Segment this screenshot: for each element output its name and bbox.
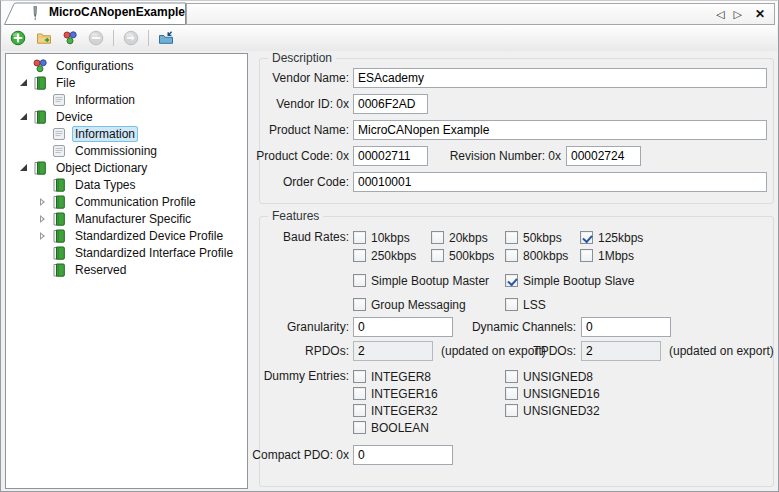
vendor-id-label: Vendor ID: 0x xyxy=(241,94,349,114)
expanded-triangle-icon xyxy=(20,113,27,120)
configurations-icon xyxy=(62,30,78,46)
configurations-button[interactable] xyxy=(60,28,80,48)
compact-pdo-label: Compact PDO: 0x xyxy=(241,445,349,465)
tree-expander-icon[interactable] xyxy=(33,232,51,240)
product-code-input[interactable] xyxy=(353,146,428,166)
checkbox-unsigned8[interactable]: UNSIGNED8 xyxy=(505,368,600,385)
tree-item-label: Device xyxy=(53,109,96,125)
tab-strip: ◁ ▷ ✕ xyxy=(186,3,775,25)
checkbox-integer16[interactable]: INTEGER16 xyxy=(353,385,505,402)
book-icon xyxy=(32,160,48,176)
tree-item-commissioning[interactable]: Commissioning xyxy=(6,142,247,159)
tree-item-file[interactable]: File xyxy=(6,74,247,91)
document-icon xyxy=(51,126,67,142)
new-configuration-button[interactable] xyxy=(8,28,28,48)
checkbox-label: BOOLEAN xyxy=(371,421,429,435)
tab-scroll-right-icon[interactable]: ▷ xyxy=(733,9,741,20)
open-button[interactable] xyxy=(34,28,54,48)
checkbox-50kbps[interactable]: 50kbps xyxy=(505,229,580,246)
checkbox-label: 20kbps xyxy=(449,231,488,245)
checkbox-simple-bootup-master[interactable]: Simple Bootup Master xyxy=(353,272,505,289)
tree-item-label: Manufacturer Specific xyxy=(72,211,194,227)
tree-expander-icon[interactable] xyxy=(33,215,51,223)
tree-item-label: Object Dictionary xyxy=(53,160,150,176)
checkbox-500kbps[interactable]: 500kbps xyxy=(431,247,505,264)
order-code-input[interactable] xyxy=(353,172,767,192)
checkbox-20kbps[interactable]: 20kbps xyxy=(431,229,505,246)
checkbox-label: 250kbps xyxy=(371,249,416,263)
vendor-name-input[interactable] xyxy=(353,68,767,88)
tree-item-information[interactable]: Information xyxy=(6,125,247,142)
tree-expander-icon[interactable] xyxy=(14,113,32,120)
product-code-label: Product Code: 0x xyxy=(231,146,349,166)
checkbox-checked-icon xyxy=(505,274,518,287)
tab-bar: ◁ ▷ ✕ MicroCANopenExample xyxy=(1,1,778,25)
checkbox-unsigned16[interactable]: UNSIGNED16 xyxy=(505,385,600,402)
tree-expander-icon[interactable] xyxy=(33,198,51,206)
active-tab-label[interactable]: MicroCANopenExample xyxy=(49,5,185,19)
configurations-icon xyxy=(32,58,48,74)
checkbox-boolean[interactable]: BOOLEAN xyxy=(353,419,505,436)
baud-rates-group: 10kbps20kbps50kbps125kbps250kbps500kbps8… xyxy=(353,229,643,264)
export-button[interactable] xyxy=(156,28,176,48)
checkbox-250kbps[interactable]: 250kbps xyxy=(353,247,431,264)
dummy-entries-group: INTEGER8UNSIGNED8INTEGER16UNSIGNED16INTE… xyxy=(353,368,600,436)
dummy-entries-label: Dummy Entries: xyxy=(241,366,349,386)
checkbox-label: UNSIGNED32 xyxy=(523,404,600,418)
tree-item-reserved[interactable]: Reserved xyxy=(6,261,247,278)
dynamic-channels-label: Dynamic Channels: xyxy=(466,317,576,337)
tree-item-manufacturer-specific[interactable]: Manufacturer Specific xyxy=(6,210,247,227)
tab-scroll-left-icon[interactable]: ◁ xyxy=(716,9,724,20)
tree-item-configurations[interactable]: Configurations xyxy=(6,57,247,74)
checkbox-unchecked-icon xyxy=(353,274,366,287)
tree-item-data-types[interactable]: Data Types xyxy=(6,176,247,193)
tree-item-label: Configurations xyxy=(53,58,136,74)
tree-expander-icon[interactable] xyxy=(14,79,32,86)
dynamic-channels-input[interactable] xyxy=(581,317,671,337)
tree-expander-icon[interactable] xyxy=(14,164,32,171)
description-group-legend: Description xyxy=(268,51,336,65)
tree-item-standardized-device-profile[interactable]: Standardized Device Profile xyxy=(6,227,247,244)
checkbox-simple-bootup-slave[interactable]: Simple Bootup Slave xyxy=(505,272,634,289)
vendor-id-input[interactable] xyxy=(353,94,428,114)
compact-pdo-input[interactable] xyxy=(353,445,453,465)
toolbar-separator xyxy=(148,30,149,46)
tree-item-communication-profile[interactable]: Communication Profile xyxy=(6,193,247,210)
book-icon xyxy=(32,109,48,125)
tree-item-object-dictionary[interactable]: Object Dictionary xyxy=(6,159,247,176)
checkbox-unchecked-icon xyxy=(353,404,366,417)
order-code-label: Order Code: xyxy=(241,172,349,192)
checkbox-label: UNSIGNED16 xyxy=(523,387,600,401)
granularity-input[interactable] xyxy=(353,317,453,337)
checkbox-1mbps[interactable]: 1Mbps xyxy=(580,247,643,264)
bootup-options-group: Simple Bootup MasterSimple Bootup SlaveG… xyxy=(353,272,634,313)
checkbox-label: 125kbps xyxy=(598,231,643,245)
book-icon xyxy=(51,177,67,193)
remove-button xyxy=(86,28,106,48)
checkbox-integer32[interactable]: INTEGER32 xyxy=(353,402,505,419)
checkbox-integer8[interactable]: INTEGER8 xyxy=(353,368,505,385)
pen-icon xyxy=(27,4,43,20)
checkbox-unsigned32[interactable]: UNSIGNED32 xyxy=(505,402,600,419)
checkbox-unchecked-icon xyxy=(505,370,518,383)
tab-close-icon[interactable]: ✕ xyxy=(755,7,765,21)
checkbox-125kbps[interactable]: 125kbps xyxy=(580,229,643,246)
checkbox-800kbps[interactable]: 800kbps xyxy=(505,247,580,264)
checkbox-unchecked-icon xyxy=(505,387,518,400)
rpdos-label: RPDOs: xyxy=(241,341,349,361)
product-name-label: Product Name: xyxy=(241,120,349,140)
book-icon xyxy=(51,245,67,261)
tree-item-device[interactable]: Device xyxy=(6,108,247,125)
checkbox-group-messaging[interactable]: Group Messaging xyxy=(353,296,505,313)
tree-item-information[interactable]: Information xyxy=(6,91,247,108)
tpdos-input xyxy=(581,341,661,361)
checkbox-lss[interactable]: LSS xyxy=(505,296,634,313)
revision-number-input[interactable] xyxy=(566,146,641,166)
tree-item-standardized-interface-profile[interactable]: Standardized Interface Profile xyxy=(6,244,247,261)
checkbox-label: UNSIGNED8 xyxy=(523,370,593,384)
checkbox-10kbps[interactable]: 10kbps xyxy=(353,229,431,246)
checkbox-unchecked-icon xyxy=(505,404,518,417)
product-name-input[interactable] xyxy=(353,120,767,140)
checkbox-unchecked-icon xyxy=(353,231,366,244)
checkbox-label: Simple Bootup Master xyxy=(371,274,489,288)
